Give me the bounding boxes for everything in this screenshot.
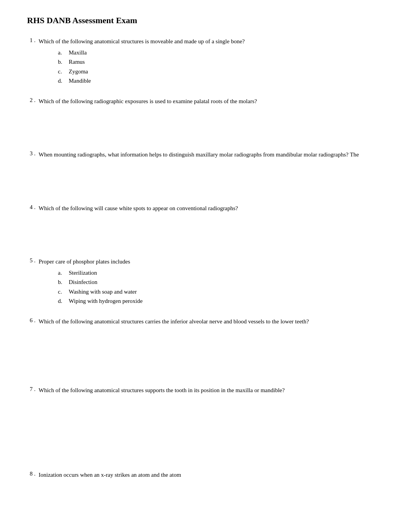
- question-text-5: Proper care of phosphor plates includes: [39, 257, 387, 266]
- answer-1c: c. Zygoma: [58, 67, 387, 76]
- question-number-3: 3 .: [23, 150, 39, 157]
- answer-1b: b. Ramus: [58, 58, 387, 66]
- question-number-4: 4 .: [23, 204, 39, 211]
- answer-text-5a: Sterilization: [69, 269, 387, 277]
- questions-container: 1 . Which of the following anatomical st…: [23, 37, 387, 479]
- spacer-2: [23, 108, 387, 139]
- question-text-2: Which of the following radiographic expo…: [39, 97, 387, 106]
- question-text-7: Which of the following anatomical struct…: [39, 386, 387, 395]
- answer-5b: b. Disinfection: [58, 278, 387, 287]
- question-block-6: 6 . Which of the following anatomical st…: [23, 317, 387, 375]
- spacer-7: [23, 397, 387, 428]
- spacer-4: [23, 215, 387, 246]
- question-text-1: Which of the following anatomical struct…: [39, 37, 387, 46]
- answer-text-1c: Zygoma: [69, 67, 387, 76]
- answer-list-1: a. Maxilla b. Ramus c. Zygoma d. Mandibl…: [58, 48, 387, 85]
- answer-5a: a. Sterilization: [58, 269, 387, 277]
- answer-letter-5a: a.: [58, 269, 69, 277]
- question-block-2: 2 . Which of the following radiographic …: [23, 97, 387, 139]
- question-text-4: Which of the following will cause white …: [39, 204, 387, 213]
- spacer-3: [23, 161, 387, 192]
- spacer-6b: [23, 359, 387, 374]
- answer-text-5c: Washing with soap and water: [69, 287, 387, 296]
- question-block-7: 7 . Which of the following anatomical st…: [23, 386, 387, 459]
- answer-text-5d: Wiping with hydrogen peroxide: [69, 297, 387, 306]
- answer-5d: d. Wiping with hydrogen peroxide: [58, 297, 387, 306]
- answer-text-1d: Mandible: [69, 76, 387, 85]
- question-block-5: 5 . Proper care of phosphor plates inclu…: [23, 257, 387, 306]
- question-text-3: When mounting radiographs, what informat…: [39, 150, 387, 159]
- question-text-6: Which of the following anatomical struct…: [39, 317, 387, 326]
- answer-1d: d. Mandible: [58, 76, 387, 85]
- answer-letter-1a: a.: [58, 48, 69, 57]
- question-number-2: 2 .: [23, 97, 39, 104]
- question-number-6: 6 .: [23, 317, 39, 324]
- answer-letter-5c: c.: [58, 287, 69, 296]
- question-block-8: 8 . Ionization occurs when an x-ray stri…: [23, 471, 387, 479]
- question-block-4: 4 . Which of the following will cause wh…: [23, 204, 387, 246]
- answer-list-5: a. Sterilization b. Disinfection c. Wash…: [58, 269, 387, 306]
- answer-letter-1c: c.: [58, 67, 69, 76]
- answer-letter-1b: b.: [58, 58, 69, 66]
- answer-5c: c. Washing with soap and water: [58, 287, 387, 296]
- answer-text-5b: Disinfection: [69, 278, 387, 287]
- answer-text-1b: Ramus: [69, 58, 387, 66]
- answer-letter-5d: d.: [58, 297, 69, 306]
- question-block-1: 1 . Which of the following anatomical st…: [23, 37, 387, 85]
- spacer-6: [23, 328, 387, 359]
- question-number-1: 1 .: [23, 37, 39, 44]
- answer-letter-5b: b.: [58, 278, 69, 287]
- question-number-5: 5 .: [23, 257, 39, 264]
- answer-letter-1d: d.: [58, 76, 69, 85]
- spacer-7b: [23, 428, 387, 459]
- question-text-8: Ionization occurs when an x-ray strikes …: [39, 471, 387, 479]
- question-number-8: 8 .: [23, 471, 39, 477]
- question-number-7: 7 .: [23, 386, 39, 393]
- page-title: RHS DANB Assessment Exam: [27, 15, 387, 25]
- question-block-3: 3 . When mounting radiographs, what info…: [23, 150, 387, 192]
- answer-text-1a: Maxilla: [69, 48, 387, 57]
- answer-1a: a. Maxilla: [58, 48, 387, 57]
